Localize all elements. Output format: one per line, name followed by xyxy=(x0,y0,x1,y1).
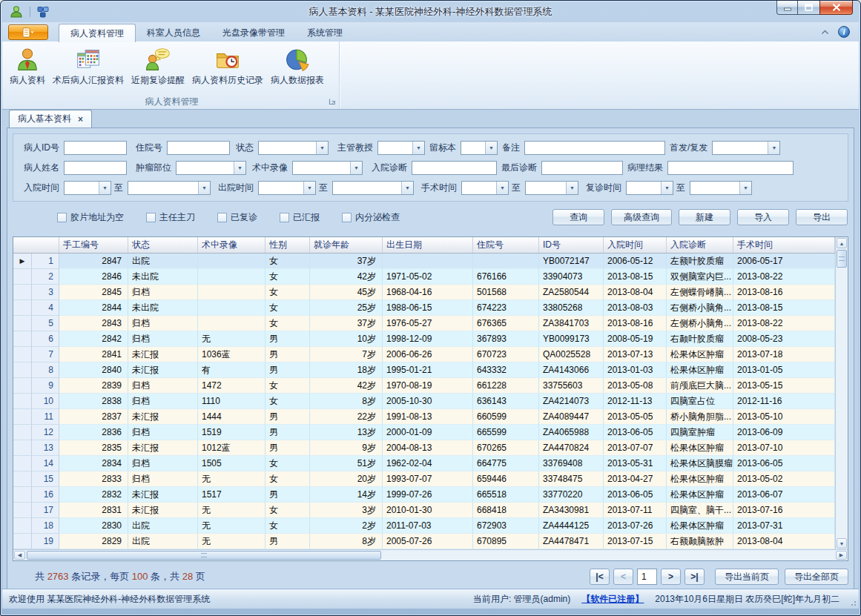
action-button-new[interactable]: 新建 xyxy=(679,209,730,225)
resize-grip-icon[interactable] xyxy=(848,597,857,606)
combo-arrow-icon[interactable]: ▼ xyxy=(303,182,315,194)
column-header-manual-no[interactable]: 手工编号 xyxy=(59,237,128,253)
field-first-or-relapse[interactable]: ▼ xyxy=(712,141,780,155)
tab-close-icon[interactable]: × xyxy=(78,115,83,124)
ribbon-tab-patient-data-management[interactable]: 病人资料管理 xyxy=(59,24,136,42)
filter-reported[interactable]: 已汇报 xyxy=(280,211,320,224)
combo-arrow-icon[interactable]: ▼ xyxy=(350,162,362,174)
field-remark[interactable] xyxy=(524,141,665,155)
collapse-ribbon-icon[interactable] xyxy=(821,30,829,35)
vertical-scroll-thumb[interactable] xyxy=(837,250,847,268)
next-page-button[interactable]: > xyxy=(661,569,681,585)
filter-film-address-empty[interactable]: 胶片地址为空 xyxy=(57,211,124,224)
combo-arrow-icon[interactable]: ▼ xyxy=(739,182,751,194)
field-status[interactable]: ▼ xyxy=(258,141,329,155)
filter-chief-surgeon[interactable]: 主任主刀 xyxy=(146,211,195,224)
action-button-advanced-query[interactable]: 高级查询 xyxy=(611,209,672,225)
field-final-diagnosis[interactable] xyxy=(541,161,623,175)
table-row-19[interactable]: 192829出院无男8岁2005-07-26670895ZA4478471201… xyxy=(13,534,835,549)
document-tab-patient-basic-info[interactable]: 病人基本资料 × xyxy=(9,110,92,127)
field-surgery-video[interactable]: ▼ xyxy=(292,161,363,175)
scroll-down-icon[interactable]: ▼ xyxy=(837,538,847,549)
close-button[interactable] xyxy=(819,1,853,15)
scroll-up-icon[interactable]: ▲ xyxy=(837,238,847,248)
field-patient-name[interactable] xyxy=(64,161,127,175)
combo-arrow-icon[interactable]: ▼ xyxy=(485,142,497,154)
table-row-17[interactable]: 172831未汇报无女3岁2010-01-30668418ZA343098120… xyxy=(13,503,835,518)
field-hospital-no[interactable] xyxy=(167,141,230,155)
field-tumor-site[interactable]: ▼ xyxy=(176,161,246,175)
maximize-button[interactable] xyxy=(798,1,819,15)
table-row-9[interactable]: 92839归档1472女42岁1970-08-19661228337556032… xyxy=(13,378,835,394)
table-row-5[interactable]: 52843归档女37岁1976-05-27676365ZA38417032013… xyxy=(13,316,835,331)
table-row-15[interactable]: 152833归档无女20岁1993-07-0765944633748475201… xyxy=(13,471,835,487)
field-discharge-date-from[interactable]: ▼ xyxy=(258,181,316,195)
combo-arrow-icon[interactable]: ▼ xyxy=(316,142,328,154)
column-header-sex[interactable]: 性别 xyxy=(265,237,310,253)
field-specimen-kept[interactable]: ▼ xyxy=(461,141,498,155)
combo-arrow-icon[interactable]: ▼ xyxy=(566,182,578,194)
field-surgery-date-from[interactable]: ▼ xyxy=(461,181,509,195)
filter-endocrine-exam[interactable]: 内分泌检查 xyxy=(342,211,400,224)
table-row-10[interactable]: 102838归档1110女8岁2005-10-30636143ZA4214073… xyxy=(13,394,835,409)
field-chief-professor[interactable]: ▼ xyxy=(377,141,425,155)
filter-followed-up[interactable]: 已复诊 xyxy=(217,211,257,224)
field-patient-id[interactable] xyxy=(64,141,127,155)
dialog-launcher-icon[interactable] xyxy=(329,98,336,105)
ribbon-button-history-record[interactable]: 病人资料历史记录 xyxy=(188,44,267,88)
field-pathology-result[interactable] xyxy=(667,161,794,175)
field-admission-diagnosis[interactable] xyxy=(412,161,497,175)
first-page-button[interactable]: |< xyxy=(590,569,610,585)
table-row-7[interactable]: 72841未汇报1036蓝男7岁2006-06-26670723QA002552… xyxy=(13,347,835,362)
table-row-2[interactable]: 22846未出院女42岁1971-05-02676166339040732013… xyxy=(13,269,835,285)
field-admission-date-from[interactable]: ▼ xyxy=(64,181,111,195)
ribbon-button-postop-report[interactable]: 术后病人汇报资料 xyxy=(49,44,128,88)
column-header-admission-date[interactable]: 入院时间 xyxy=(604,237,667,253)
cascade-windows-icon[interactable] xyxy=(37,6,49,18)
combo-arrow-icon[interactable]: ▼ xyxy=(412,142,424,154)
ribbon-tab-department-staff-info[interactable]: 科室人员信息 xyxy=(136,24,211,42)
minimize-button[interactable] xyxy=(776,1,798,15)
column-header-admission-diagnosis[interactable]: 入院诊断 xyxy=(667,237,733,253)
export-current-page-button[interactable]: 导出当前页 xyxy=(715,569,779,585)
column-header-surgery-date[interactable]: 手术时间 xyxy=(733,237,835,253)
horizontal-scroll-thumb[interactable] xyxy=(27,551,381,560)
ribbon-tab-disc-tape-management[interactable]: 光盘录像带管理 xyxy=(211,24,296,42)
combo-arrow-icon[interactable]: ▼ xyxy=(768,142,779,154)
ribbon-button-data-report[interactable]: 病人数据报表 xyxy=(267,44,328,88)
table-row-12[interactable]: 122836归档1519男13岁2000-01-09665599ZA406598… xyxy=(13,425,835,440)
table-row-14[interactable]: 142834归档1505女51岁1962-02-0466477533769408… xyxy=(13,456,835,471)
action-button-export[interactable]: 导出 xyxy=(796,209,848,225)
table-row-11[interactable]: 112837未汇报1444男22岁1991-08-13660599ZA40894… xyxy=(13,409,835,425)
combo-arrow-icon[interactable]: ▼ xyxy=(198,182,210,194)
field-admission-date-to[interactable]: ▼ xyxy=(128,181,211,195)
table-row-13[interactable]: 132835未汇报1012蓝男9岁2004-08-13670265ZA44708… xyxy=(13,440,835,456)
action-button-query[interactable]: 查询 xyxy=(552,209,604,225)
ribbon-button-patient-info[interactable]: 病人资料 xyxy=(6,44,49,88)
column-header-hospital-no[interactable]: 住院号 xyxy=(473,237,539,253)
column-header-surgery-video[interactable]: 术中录像 xyxy=(198,237,265,253)
table-row-18[interactable]: 182830出院无女2岁2011-07-03672903ZA4444125201… xyxy=(13,518,835,534)
ribbon-button-followup-reminder[interactable]: 近期复诊提醒 xyxy=(128,44,188,88)
table-row-6[interactable]: 62842归档无男10岁1998-12-09367893YB0099173200… xyxy=(13,331,835,347)
vertical-scrollbar[interactable]: ▲ ▼ xyxy=(835,237,848,549)
combo-arrow-icon[interactable]: ▼ xyxy=(661,182,673,194)
table-row-4[interactable]: 42844未出院女25岁1988-06-15674223338052682013… xyxy=(13,300,835,316)
field-surgery-date-to[interactable]: ▼ xyxy=(525,181,578,195)
table-row-1[interactable]: ▶12847出院女37岁YB00721472006-05-12左额叶胶质瘤200… xyxy=(13,254,835,269)
combo-arrow-icon[interactable]: ▼ xyxy=(234,162,245,174)
column-header-birth-date[interactable]: 出生日期 xyxy=(383,237,473,253)
combo-arrow-icon[interactable]: ▼ xyxy=(99,182,110,194)
action-button-import[interactable]: 导入 xyxy=(737,209,789,225)
field-discharge-date-to[interactable]: ▼ xyxy=(332,181,414,195)
field-followup-date-to[interactable]: ▼ xyxy=(690,181,752,195)
scroll-left-icon[interactable]: ◀ xyxy=(14,551,25,560)
horizontal-scrollbar[interactable]: ◀ ▶ xyxy=(13,549,848,560)
table-row-8[interactable]: 82840未汇报有男18岁1995-01-21643332ZA414306620… xyxy=(13,362,835,378)
registered-link[interactable]: 【软件已注册】 xyxy=(581,593,644,606)
table-row-16[interactable]: 162832未汇报1517男14岁1999-07-266655183377022… xyxy=(13,487,835,503)
column-header-status[interactable]: 状态 xyxy=(128,237,198,253)
last-page-button[interactable]: >| xyxy=(684,569,705,585)
field-followup-date-from[interactable]: ▼ xyxy=(626,181,673,195)
ribbon-tab-system-management[interactable]: 系统管理 xyxy=(296,24,354,42)
